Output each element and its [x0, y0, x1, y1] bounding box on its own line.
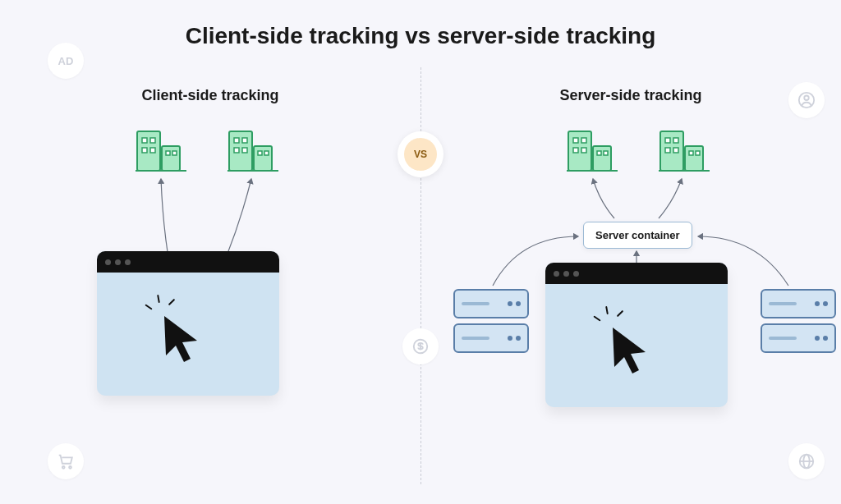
browser-window — [545, 263, 728, 407]
svg-rect-23 — [264, 151, 269, 155]
svg-rect-27 — [573, 138, 578, 143]
svg-rect-8 — [162, 146, 180, 171]
svg-rect-7 — [137, 131, 160, 171]
cursor-icon — [158, 313, 204, 364]
server-unit-icon — [761, 323, 836, 353]
svg-rect-18 — [234, 138, 239, 143]
svg-rect-21 — [242, 148, 247, 153]
svg-rect-32 — [604, 151, 608, 155]
svg-rect-36 — [665, 138, 670, 143]
svg-rect-35 — [685, 146, 703, 171]
svg-rect-19 — [242, 138, 247, 143]
svg-rect-12 — [150, 148, 155, 153]
svg-rect-37 — [673, 138, 678, 143]
server-stack — [453, 289, 529, 358]
svg-rect-22 — [258, 151, 262, 155]
svg-rect-26 — [593, 146, 611, 171]
client-side-panel: Client-side tracking — [0, 82, 420, 504]
building-group-right — [567, 126, 710, 172]
svg-rect-31 — [597, 151, 601, 155]
svg-rect-14 — [172, 151, 177, 155]
svg-rect-34 — [660, 131, 683, 171]
browser-window — [97, 251, 279, 396]
browser-titlebar — [97, 251, 279, 273]
browser-titlebar — [545, 263, 728, 284]
svg-rect-30 — [581, 148, 586, 153]
svg-rect-13 — [166, 151, 170, 155]
cursor-icon — [606, 324, 652, 375]
svg-rect-28 — [581, 138, 586, 143]
building-icon — [659, 126, 710, 172]
svg-rect-10 — [150, 138, 155, 143]
building-icon — [567, 126, 618, 172]
building-group-left — [136, 126, 278, 172]
building-icon — [136, 126, 186, 172]
building-icon — [227, 126, 278, 172]
server-side-panel: Server-side tracking — [420, 82, 841, 504]
ad-icon: AD — [48, 43, 84, 79]
svg-rect-11 — [142, 148, 147, 153]
svg-rect-41 — [696, 151, 700, 155]
server-unit-icon — [453, 289, 529, 318]
svg-rect-20 — [234, 148, 239, 153]
svg-rect-16 — [229, 131, 252, 171]
server-stack — [761, 289, 836, 358]
server-container-box: Server container — [583, 222, 692, 249]
svg-rect-17 — [254, 146, 272, 171]
svg-rect-29 — [573, 148, 578, 153]
server-unit-icon — [761, 289, 836, 318]
svg-rect-25 — [568, 131, 591, 171]
svg-rect-38 — [665, 148, 670, 153]
page-title: Client-side tracking vs server-side trac… — [0, 0, 841, 49]
server-side-title: Server-side tracking — [420, 87, 841, 104]
svg-rect-9 — [142, 138, 147, 143]
server-unit-icon — [453, 323, 529, 353]
client-side-title: Client-side tracking — [0, 87, 420, 104]
svg-rect-40 — [689, 151, 693, 155]
svg-rect-39 — [673, 148, 678, 153]
